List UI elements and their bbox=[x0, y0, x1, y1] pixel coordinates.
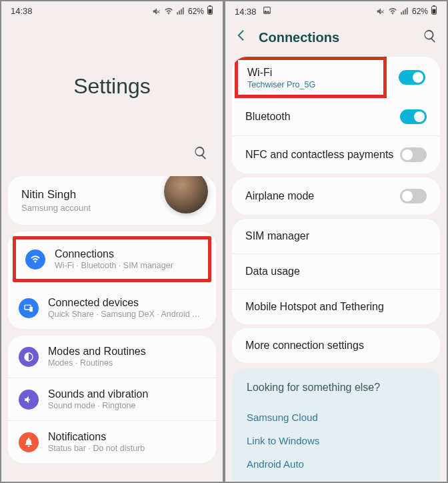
row-nfc[interactable]: NFC and contactless payments bbox=[232, 135, 440, 173]
wifi-toggle[interactable] bbox=[399, 70, 425, 85]
row-bluetooth[interactable]: Bluetooth bbox=[232, 98, 440, 135]
mute-icon bbox=[376, 7, 385, 16]
wifi-icon bbox=[25, 250, 45, 270]
row-airplane[interactable]: Airplane mode bbox=[232, 177, 440, 215]
svg-rect-1 bbox=[209, 5, 211, 6]
item-sub: Wi-Fi · Bluetooth · SIM manager bbox=[55, 261, 199, 270]
item-sub: Modes · Routines bbox=[48, 358, 205, 368]
item-notifications[interactable]: Notifications Status bar · Do not distur… bbox=[8, 420, 216, 463]
link-link-to-windows[interactable]: Link to Windows bbox=[247, 429, 425, 452]
svg-rect-4 bbox=[29, 307, 33, 312]
item-title: Sounds and vibration bbox=[48, 388, 205, 400]
row-sim[interactable]: SIM manager bbox=[232, 219, 440, 254]
search-icon[interactable] bbox=[423, 29, 437, 46]
wifi-icon bbox=[388, 7, 397, 16]
link-quick-share[interactable]: Quick Share bbox=[247, 476, 425, 483]
back-button[interactable] bbox=[235, 29, 248, 46]
label: More connection settings bbox=[245, 340, 364, 352]
wifi-label: Wi-Fi bbox=[247, 67, 374, 79]
avatar[interactable] bbox=[164, 176, 208, 213]
link-samsung-cloud[interactable]: Samsung Cloud bbox=[247, 406, 425, 429]
item-title: Notifications bbox=[48, 431, 205, 443]
item-connections[interactable]: Connections Wi-Fi · Bluetooth · SIM mana… bbox=[16, 239, 208, 279]
status-time: 14:38 bbox=[11, 6, 33, 16]
battery-icon bbox=[431, 5, 437, 17]
nfc-toggle[interactable] bbox=[400, 147, 427, 162]
modes-icon bbox=[19, 347, 39, 367]
battery-percent: 62% bbox=[412, 7, 428, 16]
label: Mobile Hotspot and Tethering bbox=[245, 301, 384, 313]
status-left: 14:38 bbox=[235, 6, 271, 17]
label: Bluetooth bbox=[245, 111, 291, 123]
devices-icon bbox=[19, 298, 39, 318]
page-title: Settings bbox=[1, 74, 223, 99]
label: Airplane mode bbox=[245, 190, 314, 202]
svg-rect-9 bbox=[433, 9, 436, 14]
airplane-toggle[interactable] bbox=[400, 189, 427, 203]
row-more-settings[interactable]: More connection settings bbox=[232, 328, 440, 363]
page-title: Connections bbox=[259, 30, 412, 45]
signal-icon bbox=[176, 7, 185, 16]
settings-screen: 14:38 62% Settings Nitin Singh Sa bbox=[0, 0, 224, 483]
suggestions-card: Looking for something else? Samsung Clou… bbox=[232, 368, 440, 483]
search-icon[interactable] bbox=[193, 145, 208, 163]
row-wifi[interactable]: Wi-Fi Techwiser Pro_5G bbox=[232, 57, 440, 98]
highlight-wifi: Wi-Fi Techwiser Pro_5G bbox=[235, 57, 387, 98]
label: Data usage bbox=[245, 266, 300, 278]
bluetooth-toggle[interactable] bbox=[400, 109, 427, 124]
item-modes[interactable]: Modes and Routines Modes · Routines bbox=[8, 336, 216, 378]
item-title: Modes and Routines bbox=[48, 346, 205, 358]
wifi-network: Techwiser Pro_5G bbox=[247, 80, 374, 89]
link-android-auto[interactable]: Android Auto bbox=[247, 452, 425, 476]
item-sub: Quick Share · Samsung DeX · Android Auto bbox=[48, 310, 205, 319]
item-title: Connections bbox=[55, 248, 199, 260]
screenshot-icon bbox=[263, 7, 271, 17]
row-hotspot[interactable]: Mobile Hotspot and Tethering bbox=[232, 289, 440, 324]
item-connected-devices[interactable]: Connected devices Quick Share · Samsung … bbox=[8, 287, 216, 329]
svg-rect-2 bbox=[209, 9, 212, 14]
battery-percent: 62% bbox=[188, 7, 204, 16]
battery-icon bbox=[207, 5, 213, 17]
account-name: Nitin Singh bbox=[21, 188, 91, 201]
item-title: Connected devices bbox=[48, 297, 205, 309]
suggest-title: Looking for something else? bbox=[247, 382, 425, 394]
bell-icon bbox=[19, 432, 39, 452]
svg-rect-8 bbox=[433, 5, 435, 6]
signal-icon bbox=[400, 7, 409, 16]
account-card[interactable]: Nitin Singh Samsung account bbox=[8, 176, 216, 225]
item-sub: Status bar · Do not disturb bbox=[48, 444, 205, 453]
sound-icon bbox=[19, 390, 39, 410]
mute-icon bbox=[152, 7, 161, 16]
status-right: 62% bbox=[152, 5, 213, 17]
status-right: 62% bbox=[376, 5, 437, 17]
account-sub: Samsung account bbox=[21, 203, 91, 213]
label: SIM manager bbox=[245, 230, 309, 242]
status-bar: 14:38 62% bbox=[225, 1, 447, 21]
status-time: 14:38 bbox=[235, 7, 257, 17]
highlight-connections: Connections Wi-Fi · Bluetooth · SIM mana… bbox=[13, 236, 211, 282]
wifi-icon bbox=[164, 7, 173, 16]
label: NFC and contactless payments bbox=[245, 149, 393, 161]
item-sub: Sound mode · Ringtone bbox=[48, 401, 205, 410]
connections-screen: 14:38 62% Connections bbox=[224, 0, 448, 483]
item-sounds[interactable]: Sounds and vibration Sound mode · Ringto… bbox=[8, 378, 216, 420]
row-data-usage[interactable]: Data usage bbox=[232, 254, 440, 289]
page-hero: Settings bbox=[1, 21, 223, 145]
status-bar: 14:38 62% bbox=[1, 1, 223, 21]
